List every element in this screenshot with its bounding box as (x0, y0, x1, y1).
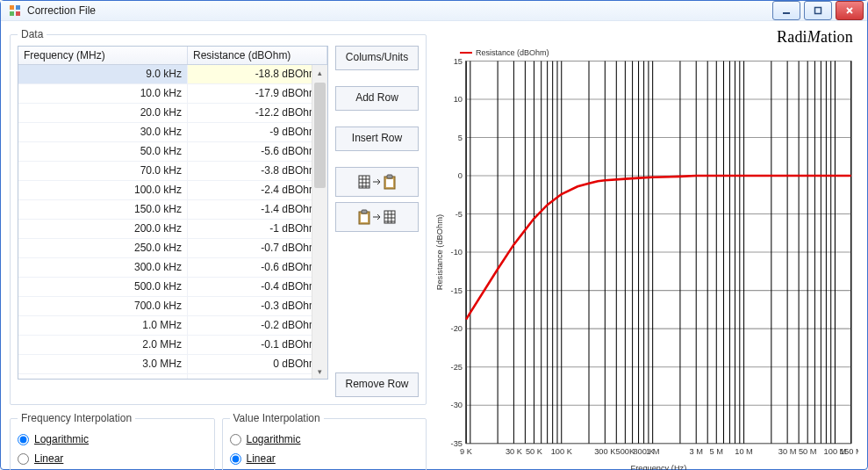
cell-frequency[interactable]: 150.0 kHz (18, 200, 188, 219)
cell-frequency[interactable]: 70.0 kHz (18, 162, 188, 180)
titlebar[interactable]: Correction File (1, 1, 867, 21)
table-row[interactable]: 150.0 kHz-1.4 dBOhm (18, 200, 327, 220)
table-row[interactable]: 4.0 MHz0 dBOhm (18, 374, 327, 379)
table-row[interactable]: 300.0 kHz-0.6 dBOhm (18, 258, 327, 278)
svg-text:3 M: 3 M (690, 447, 703, 456)
cell-resistance[interactable]: -0.6 dBOhm (188, 258, 327, 277)
svg-rect-5 (815, 8, 821, 14)
column-header-resistance[interactable]: Resistance (dBOhm) (188, 47, 327, 64)
freq-interp-linear-radio[interactable]: Linear (18, 449, 207, 468)
brand-logo: RadiMation (777, 28, 853, 47)
svg-rect-4 (783, 12, 790, 14)
scroll-thumb[interactable] (314, 83, 326, 188)
cell-frequency[interactable]: 500.0 kHz (18, 278, 188, 296)
table-row[interactable]: 30.0 kHz-9 dBOhm (18, 123, 327, 142)
cell-frequency[interactable]: 50.0 kHz (18, 142, 188, 161)
chart: Resistance (dBOhm) 151050-5-10-15-20-25-… (434, 48, 858, 470)
cell-frequency[interactable]: 30.0 kHz (18, 123, 188, 141)
insert-row-button[interactable]: Insert Row (335, 127, 419, 151)
table-row[interactable]: 20.0 kHz-12.2 dBOhm (18, 104, 327, 123)
data-table[interactable]: Frequency (MHz) Resistance (dBOhm) 9.0 k… (18, 46, 328, 380)
cell-resistance[interactable]: -9 dBOhm (188, 123, 327, 141)
svg-text:50 K: 50 K (526, 447, 543, 456)
svg-text:-15: -15 (451, 286, 463, 295)
radio-input[interactable] (230, 453, 241, 465)
cell-resistance[interactable]: -0.1 dBOhm (188, 336, 327, 354)
table-row[interactable]: 500.0 kHz-0.4 dBOhm (18, 278, 327, 297)
value-interp-log-radio[interactable]: Logarithmic (230, 430, 420, 449)
add-row-button[interactable]: Add Row (335, 86, 419, 111)
scroll-up-icon[interactable]: ▴ (312, 65, 327, 80)
window-title: Correction File (27, 4, 772, 17)
cell-frequency[interactable]: 700.0 kHz (18, 297, 188, 315)
remove-row-button[interactable]: Remove Row (335, 372, 419, 397)
columns-units-button[interactable]: Colums/Units (335, 46, 419, 70)
radio-label: Linear (34, 452, 63, 465)
cell-frequency[interactable]: 1.0 MHz (18, 316, 188, 335)
copy-to-clipboard-button[interactable] (335, 167, 419, 197)
cell-resistance[interactable]: -18.8 dBOhm (188, 65, 327, 83)
cell-resistance[interactable]: -2.4 dBOhm (188, 181, 327, 199)
svg-rect-3 (16, 11, 20, 16)
cell-resistance[interactable]: 0 dBOhm (188, 355, 327, 373)
scroll-down-icon[interactable]: ▾ (312, 364, 327, 379)
radio-label: Logarithmic (34, 433, 89, 445)
svg-text:-25: -25 (451, 363, 463, 372)
table-row[interactable]: 9.0 kHz-18.8 dBOhm (18, 65, 327, 84)
close-button[interactable] (836, 1, 864, 20)
table-row[interactable]: 700.0 kHz-0.3 dBOhm (18, 297, 327, 316)
table-row[interactable]: 1.0 MHz-0.2 dBOhm (18, 316, 327, 336)
cell-resistance[interactable]: 0 dBOhm (188, 374, 327, 379)
table-row[interactable]: 250.0 kHz-0.7 dBOhm (18, 239, 327, 258)
cell-resistance[interactable]: -0.3 dBOhm (188, 297, 327, 315)
svg-rect-12 (361, 214, 368, 222)
arrow-right-icon (373, 214, 380, 220)
cell-frequency[interactable]: 2.0 MHz (18, 336, 188, 354)
radio-input[interactable] (18, 453, 29, 465)
table-row[interactable]: 70.0 kHz-3.8 dBOhm (18, 162, 327, 181)
cell-resistance[interactable]: -5.6 dBOhm (188, 142, 327, 161)
cell-resistance[interactable]: -12.2 dBOhm (188, 104, 327, 122)
chart-legend: Resistance (dBOhm) (460, 48, 549, 57)
cell-resistance[interactable]: -0.2 dBOhm (188, 316, 327, 335)
freq-interp-log-radio[interactable]: Logarithmic (18, 430, 207, 449)
cell-frequency[interactable]: 20.0 kHz (18, 104, 188, 122)
cell-resistance[interactable]: -3.8 dBOhm (188, 162, 327, 180)
cell-frequency[interactable]: 10.0 kHz (18, 84, 188, 103)
interpolation-row: Frequency Interpolation Logarithmic Line… (10, 412, 427, 470)
table-row[interactable]: 50.0 kHz-5.6 dBOhm (18, 142, 327, 162)
cell-frequency[interactable]: 100.0 kHz (18, 181, 188, 199)
minimize-button[interactable] (772, 1, 800, 20)
app-icon (8, 4, 22, 18)
cell-resistance[interactable]: -0.7 dBOhm (188, 239, 327, 257)
table-row[interactable]: 200.0 kHz-1 dBOhm (18, 220, 327, 239)
cell-frequency[interactable]: 200.0 kHz (18, 220, 188, 238)
svg-text:-5: -5 (456, 210, 463, 219)
cell-resistance[interactable]: -1.4 dBOhm (188, 200, 327, 219)
radio-input[interactable] (230, 434, 241, 445)
radio-input[interactable] (18, 434, 29, 445)
cell-frequency[interactable]: 250.0 kHz (18, 239, 188, 257)
cell-frequency[interactable]: 4.0 MHz (18, 374, 188, 379)
table-row[interactable]: 10.0 kHz-17.9 dBOhm (18, 84, 327, 104)
cell-frequency[interactable]: 3.0 MHz (18, 355, 188, 373)
paste-from-clipboard-button[interactable] (335, 202, 419, 232)
frequency-interpolation-legend: Frequency Interpolation (18, 412, 135, 424)
column-header-frequency[interactable]: Frequency (MHz) (18, 47, 188, 64)
table-row[interactable]: 3.0 MHz0 dBOhm (18, 355, 327, 374)
table-row[interactable]: 100.0 kHz-2.4 dBOhm (18, 181, 327, 200)
radio-label: Linear (247, 452, 276, 465)
scrollbar[interactable]: ▴ ▾ (312, 65, 327, 379)
svg-text:50 M: 50 M (799, 447, 817, 456)
maximize-button[interactable] (804, 1, 832, 20)
table-body[interactable]: 9.0 kHz-18.8 dBOhm10.0 kHz-17.9 dBOhm20.… (18, 65, 327, 379)
cell-resistance[interactable]: -17.9 dBOhm (188, 84, 327, 103)
svg-rect-11 (362, 210, 367, 213)
value-interp-linear-radio[interactable]: Linear (230, 449, 420, 468)
cell-resistance[interactable]: -0.4 dBOhm (188, 278, 327, 296)
table-row[interactable]: 2.0 MHz-0.1 dBOhm (18, 336, 327, 355)
cell-frequency[interactable]: 9.0 kHz (18, 65, 188, 83)
cell-resistance[interactable]: -1 dBOhm (188, 220, 327, 238)
cell-frequency[interactable]: 300.0 kHz (18, 258, 188, 277)
svg-text:Frequency (Hz): Frequency (Hz) (631, 464, 687, 470)
